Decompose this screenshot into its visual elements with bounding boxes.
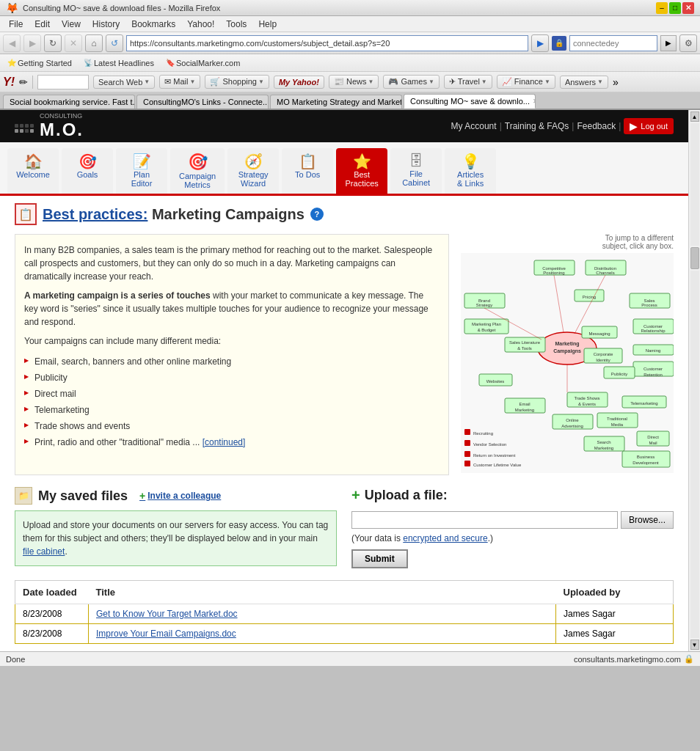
- best-practices-link[interactable]: Best practices:: [43, 206, 147, 222]
- continued-link[interactable]: [continued]: [203, 437, 246, 447]
- bookmark-socialmarker[interactable]: 🔖 SocialMarker.com: [161, 57, 244, 69]
- col-title: Title: [89, 581, 556, 604]
- tab-file-cabinet[interactable]: 🗄 FileCabinet: [390, 148, 442, 194]
- svg-text:Business: Business: [637, 455, 655, 459]
- file-title-2: Improve Your Email Campaigns.doc: [89, 624, 556, 644]
- svg-rect-66: [464, 440, 470, 446]
- tab-4-active[interactable]: Consulting MO~ save & downlo... ✕: [404, 94, 536, 109]
- upload-note: (Your data is encrypted and secure.): [351, 533, 674, 543]
- file-upload-input[interactable]: [351, 511, 618, 529]
- files-info-box: Upload and store your documents on our s…: [15, 510, 337, 566]
- page-content: 📋 Best practices: Marketing Campaigns ? …: [0, 196, 688, 651]
- svg-text:Direct: Direct: [647, 435, 659, 439]
- nav-my-account[interactable]: My Account: [451, 121, 497, 131]
- yahoo-more[interactable]: »: [613, 76, 619, 88]
- logo-consulting: CONSULTING: [40, 113, 84, 120]
- scroll-up[interactable]: ▲: [690, 111, 699, 122]
- file-cabinet-link[interactable]: file cabinet: [23, 546, 65, 557]
- menu-bookmarks[interactable]: Bookmarks: [125, 18, 181, 31]
- svg-text:& Tools: & Tools: [517, 346, 532, 351]
- tab-1[interactable]: Social bookmarking service. Fast t... ✕: [3, 95, 135, 109]
- go-button[interactable]: ▶: [531, 34, 549, 52]
- address-bar[interactable]: [126, 35, 528, 51]
- home-button[interactable]: ⌂: [85, 34, 103, 52]
- scroll-thumb[interactable]: [690, 247, 699, 269]
- bookmark-getting-started[interactable]: ⭐ Getting Started: [3, 57, 76, 69]
- nav-training[interactable]: Training & FAQs: [505, 121, 569, 131]
- yahoo-search-web[interactable]: Search Web▼: [93, 76, 155, 89]
- plan-editor-icon: 📝: [133, 153, 151, 170]
- intro-paragraph-3: Your campaigns can include many differen…: [24, 334, 440, 348]
- svg-text:Retention: Retention: [644, 373, 663, 377]
- yahoo-myyahoo[interactable]: My Yahoo!: [274, 76, 324, 89]
- reload-button[interactable]: ↻: [44, 34, 62, 52]
- submit-button[interactable]: Submit: [351, 549, 408, 568]
- help-button[interactable]: ?: [310, 208, 324, 221]
- svg-text:Strategy: Strategy: [476, 303, 492, 307]
- back-button[interactable]: ◀: [3, 34, 21, 52]
- forward-button[interactable]: ▶: [23, 34, 41, 52]
- tab-welcome[interactable]: 🏠 Welcome: [7, 148, 59, 194]
- scroll-down[interactable]: ▼: [690, 640, 699, 650]
- yahoo-search-input[interactable]: [37, 75, 89, 89]
- svg-text:Return on Investment: Return on Investment: [473, 453, 516, 458]
- yahoo-answers[interactable]: Answers▼: [560, 76, 608, 89]
- marketing-campaigns-title: Marketing Campaigns: [147, 206, 304, 222]
- search-button[interactable]: ▶: [660, 35, 677, 51]
- yahoo-mail[interactable]: ✉ Mail▼: [159, 75, 200, 89]
- nav-feedback[interactable]: Feedback: [577, 121, 616, 131]
- content-area: In many B2B companies, a sales team is t…: [15, 234, 674, 475]
- invite-colleague-link[interactable]: + Invite a colleague: [139, 490, 221, 502]
- bookmark-icon-1: ⭐: [7, 59, 16, 67]
- tab-goals[interactable]: 🎯 Goals: [62, 148, 113, 194]
- scrollbar[interactable]: ▲ ▼: [688, 110, 700, 651]
- file-link-1[interactable]: Get to Know Your Target Market.doc: [96, 609, 238, 619]
- close-button[interactable]: ✕: [682, 2, 694, 14]
- svg-text:Customer: Customer: [644, 367, 663, 371]
- yahoo-games[interactable]: 🎮 Games▼: [383, 75, 439, 89]
- site-header: CONSULTING M.O. My Account | Training & …: [0, 110, 688, 142]
- svg-text:Email: Email: [519, 402, 530, 406]
- search-input[interactable]: [569, 35, 657, 51]
- encrypted-link[interactable]: encrypted and secure: [403, 533, 487, 543]
- status-right: consultants.marketingmo.com 🔒: [574, 654, 694, 664]
- minimize-button[interactable]: –: [656, 2, 668, 14]
- yahoo-finance[interactable]: 📈 Finance▼: [497, 75, 555, 89]
- upload-plus-icon: +: [351, 487, 360, 504]
- tab-2[interactable]: ConsultingMO's Links - Connecte... ✕: [136, 95, 269, 109]
- tab-3[interactable]: MO Marketing Strategy and Marketin... ✕: [270, 95, 402, 109]
- logo-text: CONSULTING M.O.: [40, 113, 84, 140]
- logout-button[interactable]: ▶ Log out: [624, 118, 674, 134]
- refresh-button[interactable]: ↺: [106, 34, 123, 52]
- tab-best-practices[interactable]: ⭐ BestPractices: [336, 148, 387, 194]
- tab-articles[interactable]: 💡 Articles& Links: [445, 148, 496, 194]
- menu-edit[interactable]: Edit: [29, 18, 56, 31]
- file-link-2[interactable]: Improve Your Email Campaigns.doc: [96, 629, 236, 639]
- table-row: 8/23/2008 Improve Your Email Campaigns.d…: [15, 624, 674, 644]
- menu-history[interactable]: History: [87, 18, 125, 31]
- menu-tools[interactable]: Tools: [220, 18, 252, 31]
- marketing-diagram[interactable]: Marketing Campaigns Competitive Position…: [461, 253, 674, 473]
- window-title: Consulting MO~ save & download files - M…: [23, 4, 656, 12]
- stop-button[interactable]: ✕: [65, 34, 82, 52]
- browse-button[interactable]: Browse...: [621, 511, 674, 529]
- menu-file[interactable]: File: [3, 18, 29, 31]
- tab-close-4[interactable]: ✕: [533, 98, 536, 105]
- yahoo-news[interactable]: 📰 News▼: [329, 75, 379, 89]
- maximize-button[interactable]: □: [669, 2, 681, 14]
- tab-strategy-wizard[interactable]: 🧭 StrategyWizard: [227, 148, 279, 194]
- tab-todos[interactable]: 📋 To Dos: [282, 148, 333, 194]
- menu-view[interactable]: View: [56, 18, 87, 31]
- yahoo-shopping[interactable]: 🛒 Shopping▼: [205, 75, 269, 89]
- yahoo-travel[interactable]: ✈ Travel▼: [444, 75, 492, 89]
- settings-icon[interactable]: ⚙: [679, 34, 697, 52]
- article-text: In many B2B companies, a sales team is t…: [15, 234, 449, 475]
- svg-text:& Events: & Events: [578, 402, 596, 406]
- menu-help[interactable]: Help: [252, 18, 282, 31]
- tab-campaign-metrics[interactable]: 🎯 CampaignMetrics: [170, 148, 225, 194]
- yahoo-pencil[interactable]: ✏: [19, 76, 28, 88]
- intro-paragraph-1: In many B2B companies, a sales team is t…: [24, 243, 440, 283]
- bookmark-latest-headlines[interactable]: 📡 Latest Headlines: [79, 57, 158, 69]
- menu-yahoo[interactable]: Yahoo!: [181, 18, 220, 31]
- tab-plan-editor[interactable]: 📝 PlanEditor: [116, 148, 167, 194]
